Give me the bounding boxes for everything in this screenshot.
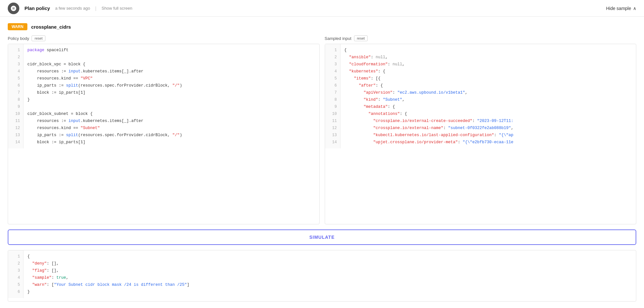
editors-row: Policy body reset 1 2 3 4 5 6 7 8 — [8, 35, 636, 224]
policy-body-panel: Policy body reset 1 2 3 4 5 6 7 8 — [8, 35, 320, 224]
policy-header: WARN crossplane_cidrs — [8, 23, 636, 30]
policy-body-line-numbers: 1 2 3 4 5 6 7 8 9 10 11 12 13 — [8, 44, 24, 148]
result-panel: 1 2 3 4 5 6 { "deny": [], "flag": [], "s… — [8, 250, 636, 302]
logo-icon — [10, 5, 17, 12]
timestamp: a few seconds ago — [55, 6, 90, 11]
app-container: Plan policy a few seconds ago | Show ful… — [0, 0, 644, 308]
sampled-input-reset-button[interactable]: reset — [354, 35, 368, 41]
simulate-button[interactable]: SIMULATE — [8, 229, 636, 245]
result-code: { "deny": [], "flag": [], "sample": true… — [24, 250, 193, 298]
sampled-input-label: Sampled input reset — [325, 35, 637, 41]
policy-body-reset-button[interactable]: reset — [32, 35, 45, 41]
header: Plan policy a few seconds ago | Show ful… — [0, 0, 644, 17]
header-divider: | — [95, 6, 97, 11]
show-fullscreen-link[interactable]: Show full screen — [101, 6, 132, 11]
content-area: WARN crossplane_cidrs Policy body reset … — [0, 17, 644, 308]
policy-name: crossplane_cidrs — [31, 24, 71, 30]
header-right: Hide sample ∧ — [606, 6, 636, 11]
logo — [8, 3, 19, 14]
sampled-input-code: { "ansible": null, "cloudformation": nul… — [341, 44, 517, 148]
policy-body-editor[interactable]: 1 2 3 4 5 6 7 8 9 10 11 12 13 — [8, 44, 320, 224]
policy-body-label: Policy body reset — [8, 35, 320, 41]
sampled-input-panel: Sampled input reset 1 2 3 4 5 6 7 8 — [325, 35, 637, 224]
hide-sample-button[interactable]: Hide sample ∧ — [606, 6, 636, 11]
result-line-numbers: 1 2 3 4 5 6 — [8, 250, 24, 298]
chevron-up-icon: ∧ — [633, 6, 636, 11]
warn-badge: WARN — [8, 23, 27, 30]
sampled-input-line-numbers: 1 2 3 4 5 6 7 8 9 10 11 12 13 — [325, 44, 341, 148]
page-title: Plan policy — [24, 5, 50, 11]
policy-body-code: package spacelift cidr_block_vpc = block… — [24, 44, 186, 148]
sampled-input-editor[interactable]: 1 2 3 4 5 6 7 8 9 10 11 12 13 — [325, 44, 637, 224]
